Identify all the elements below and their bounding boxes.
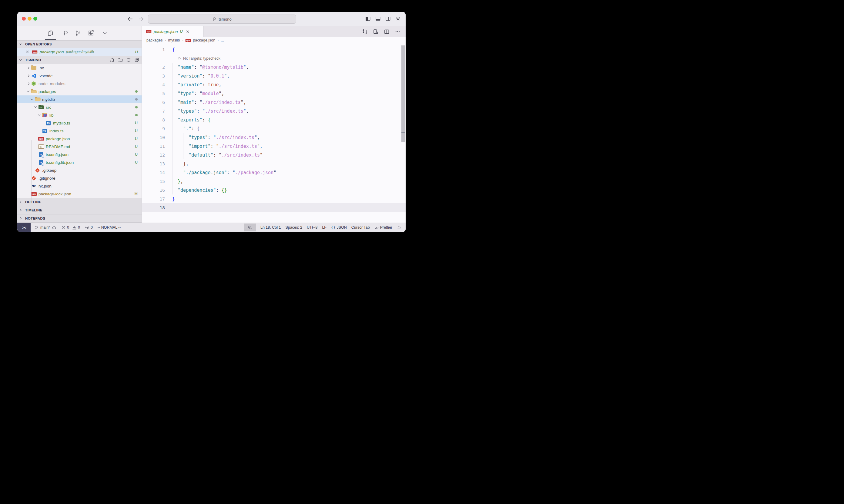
code-line-16[interactable]: 16"dependencies": {} bbox=[142, 186, 406, 195]
npm-icon bbox=[32, 50, 38, 54]
chevron-right-icon[interactable] bbox=[26, 67, 31, 69]
new-folder-icon[interactable] bbox=[118, 57, 123, 62]
chevron-down-icon[interactable] bbox=[26, 91, 31, 92]
close-editor-icon[interactable] bbox=[25, 50, 30, 54]
new-file-icon[interactable] bbox=[110, 57, 115, 62]
code-line-14[interactable]: 14"./package.json": "./package.json" bbox=[142, 168, 406, 177]
statusbar-eol[interactable]: LF bbox=[322, 226, 327, 230]
more-actions-icon[interactable] bbox=[395, 29, 400, 35]
tree-item-tsconfig.json[interactable]: tsconfig.jsonU bbox=[17, 150, 142, 158]
tree-item-package-lock.json[interactable]: package-lock.jsonM bbox=[17, 190, 142, 198]
extensions-icon[interactable] bbox=[88, 30, 94, 36]
settings-gear-icon[interactable] bbox=[395, 16, 401, 21]
tree-item-mytslib[interactable]: mytslib bbox=[17, 95, 142, 103]
tree-item-node_modules[interactable]: node_modules bbox=[17, 80, 142, 88]
tree-item-lib[interactable]: lib bbox=[17, 111, 142, 119]
tree-item-nx.json[interactable]: nx.json bbox=[17, 182, 142, 190]
code-line-7[interactable]: 7"types": "./src/index.ts", bbox=[142, 107, 406, 115]
tree-item-mytslib.ts[interactable]: mytslib.tsU bbox=[17, 119, 142, 127]
code-line-17[interactable]: 17} bbox=[142, 195, 406, 203]
open-editor-item[interactable]: package.json packages/mytslib U bbox=[17, 48, 142, 56]
navigate-forward-button[interactable] bbox=[138, 16, 144, 22]
explorer-icon[interactable] bbox=[47, 30, 54, 36]
section-header-notepads[interactable]: NOTEPADS bbox=[17, 214, 142, 222]
code-line-8[interactable]: 8"exports": { bbox=[142, 115, 406, 124]
open-editor-filename: package.json bbox=[40, 50, 64, 54]
statusbar-cursor-tab[interactable]: Cursor Tab bbox=[351, 226, 370, 230]
breadcrumb-item-packagejson[interactable]: package.json bbox=[185, 38, 215, 42]
tree-item-package.json[interactable]: package.jsonU bbox=[17, 135, 142, 143]
code-line-12[interactable]: 12"default": "./src/index.ts" bbox=[142, 150, 406, 159]
tree-item-src[interactable]: src bbox=[17, 103, 142, 111]
statusbar-cursor-position[interactable]: Ln 18, Col 1 bbox=[260, 226, 281, 230]
chevron-down-icon[interactable] bbox=[37, 114, 41, 115]
close-tab-icon[interactable] bbox=[186, 30, 190, 34]
tree-item-README.md[interactable]: README.mdU bbox=[17, 143, 142, 150]
statusbar-language-mode[interactable]: {}JSON bbox=[331, 226, 347, 230]
compare-changes-icon[interactable] bbox=[362, 29, 368, 35]
minimize-window-button[interactable] bbox=[28, 17, 32, 21]
split-editor-icon[interactable] bbox=[384, 29, 390, 35]
code-line-13[interactable]: 13}, bbox=[142, 159, 406, 168]
code-area[interactable]: 1{Nx Targets: typecheck2"name": "@tsmono… bbox=[142, 44, 406, 222]
chevron-down-icon[interactable] bbox=[30, 99, 34, 100]
tree-item-index.ts[interactable]: index.tsU bbox=[17, 127, 142, 135]
tree-item-packages[interactable]: packages bbox=[17, 88, 142, 95]
open-editors-header[interactable]: OPEN EDITORS bbox=[17, 40, 142, 48]
vertical-scrollbar[interactable] bbox=[401, 46, 405, 142]
statusbar-notifications[interactable] bbox=[397, 226, 401, 230]
command-center-search[interactable]: tsmono bbox=[148, 15, 296, 24]
code-line-10[interactable]: 10"types": "./src/index.ts", bbox=[142, 133, 406, 142]
code-line-4[interactable]: 4"private": true, bbox=[142, 80, 406, 89]
toggle-primary-sidebar-icon[interactable] bbox=[365, 16, 371, 21]
tree-item-.nx[interactable]: .nx bbox=[17, 64, 142, 72]
refresh-icon[interactable] bbox=[126, 57, 131, 62]
tree-item-tsconfig.lib.json[interactable]: tsconfig.lib.jsonU bbox=[17, 158, 142, 166]
code-line-6[interactable]: 6"main": "./src/index.ts", bbox=[142, 98, 406, 107]
statusbar-git-branch[interactable]: main* bbox=[35, 226, 56, 230]
section-header-outline[interactable]: OUTLINE bbox=[17, 198, 142, 206]
code-line-1[interactable]: 1{ bbox=[142, 45, 406, 54]
maximize-window-button[interactable] bbox=[33, 17, 37, 21]
breadcrumb-item-[interactable]: ... bbox=[221, 38, 224, 42]
toggle-panel-icon[interactable] bbox=[375, 16, 381, 21]
code-line-5[interactable]: 5"type": "module", bbox=[142, 89, 406, 98]
code-line-18[interactable]: 18 bbox=[142, 203, 406, 212]
tab-package-json[interactable]: package.json U bbox=[142, 26, 204, 37]
statusbar-broadcast-count[interactable]: 0 bbox=[85, 226, 93, 230]
code-line-9[interactable]: 9".": { bbox=[142, 124, 406, 133]
remote-indicator[interactable]: >< bbox=[17, 223, 31, 232]
navigate-back-button[interactable] bbox=[127, 16, 133, 22]
statusbar-problems[interactable]: 00 bbox=[61, 226, 80, 230]
collapse-all-icon[interactable] bbox=[134, 57, 139, 62]
chevron-right-icon[interactable] bbox=[26, 75, 31, 77]
open-preview-icon[interactable] bbox=[373, 29, 379, 35]
section-header-timeline[interactable]: TIMELINE bbox=[17, 206, 142, 214]
tree-item-.gitignore[interactable]: .gitignore bbox=[17, 174, 142, 182]
tree-item-.gitkeep[interactable]: .gitkeep bbox=[17, 166, 142, 174]
statusbar-screencast-zoom[interactable] bbox=[244, 223, 256, 231]
code-line-2[interactable]: 2"name": "@tsmono/mytslib", bbox=[142, 63, 406, 71]
close-window-button[interactable] bbox=[22, 17, 26, 21]
tree-item-.vscode[interactable]: .vscode bbox=[17, 72, 142, 80]
code-line-3[interactable]: 3"version": "0.0.1", bbox=[142, 71, 406, 80]
breadcrumb-item-mytslib[interactable]: mytslib bbox=[168, 38, 180, 42]
code-line-15[interactable]: 15}, bbox=[142, 177, 406, 186]
statusbar-encoding[interactable]: UTF-8 bbox=[307, 226, 317, 230]
breadcrumb-item-packages[interactable]: packages bbox=[147, 38, 163, 42]
tree-item-label: README.md bbox=[46, 144, 70, 149]
source-control-icon[interactable] bbox=[75, 30, 81, 36]
chevron-down-icon[interactable] bbox=[33, 107, 38, 108]
statusbar-formatter[interactable]: Prettier bbox=[374, 226, 392, 230]
more-views-chevron-icon[interactable] bbox=[102, 30, 108, 36]
git-status-badge: U bbox=[135, 121, 138, 125]
statusbar-vim-mode[interactable]: -- NORMAL -- bbox=[98, 226, 121, 230]
toggle-secondary-sidebar-icon[interactable] bbox=[385, 16, 391, 21]
search-view-icon[interactable] bbox=[63, 30, 69, 36]
workspace-header[interactable]: TSMONO bbox=[17, 56, 142, 64]
code-line-11[interactable]: 11"import": "./src/index.ts", bbox=[142, 142, 406, 150]
chevron-right-icon[interactable] bbox=[26, 83, 31, 85]
ts-config-icon bbox=[38, 160, 44, 165]
statusbar-indentation[interactable]: Spaces: 2 bbox=[285, 226, 302, 230]
codelens-nx-targets[interactable]: Nx Targets: typecheck bbox=[142, 54, 406, 63]
